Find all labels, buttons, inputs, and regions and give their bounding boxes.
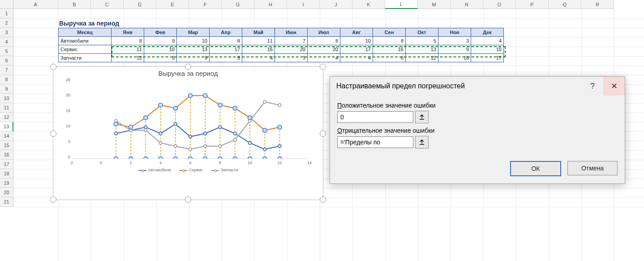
table-cell[interactable]: Сервис	[59, 45, 112, 54]
data-table[interactable]: МесяцЯнвФевМарАпрМайИюнИюлАвгСенОктНояДе…	[58, 28, 504, 62]
resize-handle-tr[interactable]	[320, 64, 326, 70]
negative-error-input[interactable]	[337, 136, 413, 148]
legend-item[interactable]: Запчасти	[211, 168, 238, 172]
row-header-4[interactable]: 4	[0, 37, 13, 47]
table-cell[interactable]: 3	[438, 37, 471, 45]
table-cell[interactable]: 12	[112, 54, 144, 62]
table-cell[interactable]: 12	[406, 54, 438, 62]
resize-handle-bl[interactable]	[50, 196, 56, 203]
column-header-Q[interactable]: Q	[549, 0, 581, 9]
column-header-N[interactable]: N	[451, 0, 483, 9]
table-cell[interactable]: Автомобили	[59, 37, 112, 45]
chart-object[interactable]: Выручка за период 0510152025 -2024681012…	[53, 66, 323, 200]
table-header-cell[interactable]: Янв	[112, 28, 144, 37]
table-cell[interactable]: 20	[308, 45, 340, 54]
table-cell[interactable]: 11	[112, 45, 144, 54]
row-header-12[interactable]: 12	[0, 113, 13, 122]
row-header-8[interactable]: 8	[0, 75, 13, 84]
column-header-P[interactable]: P	[516, 0, 549, 9]
table-header-cell[interactable]: Июл	[308, 28, 340, 37]
column-header-B[interactable]: B	[58, 0, 91, 9]
cancel-button[interactable]: Отмена	[567, 161, 618, 175]
column-header-K[interactable]: K	[352, 0, 385, 9]
positive-error-range-picker[interactable]	[415, 111, 429, 123]
table-cell[interactable]: 9	[177, 54, 210, 62]
table-header-cell[interactable]: Месяц	[59, 28, 112, 37]
table-header-cell[interactable]: Окт	[406, 28, 438, 37]
table-row[interactable]: Запчасти1299543446121817	[59, 54, 504, 62]
column-header-H[interactable]: H	[254, 0, 287, 9]
table-cell[interactable]: 4	[308, 54, 340, 62]
table-cell[interactable]: 17	[340, 45, 373, 54]
table-cell[interactable]: 10	[471, 45, 504, 54]
row-header-11[interactable]: 11	[0, 103, 13, 113]
table-cell[interactable]: 11	[242, 37, 275, 45]
column-header-M[interactable]: M	[418, 0, 451, 9]
resize-handle-tl[interactable]	[50, 64, 56, 70]
table-cell[interactable]: 8	[308, 37, 340, 45]
table-cell[interactable]: 7	[275, 37, 308, 45]
column-header-F[interactable]: F	[189, 0, 222, 9]
table-header-cell[interactable]: Дек	[471, 28, 504, 37]
table-cell[interactable]: 13	[177, 45, 210, 54]
positive-error-input[interactable]	[337, 111, 413, 123]
table-cell[interactable]: 16	[242, 45, 275, 54]
table-header-cell[interactable]: Сен	[373, 28, 406, 37]
resize-handle-ml[interactable]	[50, 130, 56, 137]
table-row[interactable]: Сервис11101317162020171613910	[59, 45, 504, 54]
column-header-C[interactable]: C	[91, 0, 124, 9]
column-header-D[interactable]: D	[124, 0, 156, 9]
table-header-cell[interactable]: Ноя	[438, 28, 471, 37]
row-header-1[interactable]: 1	[0, 9, 13, 18]
table-cell[interactable]: Запчасти	[59, 54, 112, 62]
table-cell[interactable]: 9	[144, 37, 177, 45]
chart-legend[interactable]: АвтомобилиСервисЗапчасти	[53, 167, 323, 176]
table-cell[interactable]: 4	[242, 54, 275, 62]
dialog-titlebar[interactable]: Настраиваемый предел погрешностей ? ✕	[330, 77, 625, 96]
table-header-cell[interactable]: Апр	[210, 28, 242, 37]
table-cell[interactable]: 10	[144, 45, 177, 54]
column-header-L[interactable]: L	[385, 0, 418, 9]
table-cell[interactable]: 9	[144, 54, 177, 62]
table-cell[interactable]: 8	[112, 37, 144, 45]
row-header-14[interactable]: 14	[0, 131, 13, 141]
chart-plot-area[interactable]: 0510152025 -202468101214	[71, 80, 309, 165]
table-cell[interactable]: 10	[340, 37, 373, 45]
column-header-I[interactable]: I	[287, 0, 320, 9]
table-cell[interactable]: 3	[275, 54, 308, 62]
column-header-G[interactable]: G	[222, 0, 254, 9]
row-header-6[interactable]: 6	[0, 56, 13, 65]
dialog-help-button[interactable]: ?	[582, 77, 603, 96]
legend-item[interactable]: Сервис	[179, 168, 203, 172]
row-header-15[interactable]: 15	[0, 141, 13, 150]
column-header-J[interactable]: J	[320, 0, 352, 9]
column-header-O[interactable]: O	[483, 0, 516, 9]
resize-handle-mr[interactable]	[320, 130, 326, 137]
column-header-A[interactable]: A	[13, 0, 58, 9]
table-cell[interactable]: 16	[373, 45, 406, 54]
table-row[interactable]: Автомобили891081178108534	[59, 37, 504, 45]
resize-handle-br[interactable]	[320, 196, 326, 203]
row-header-19[interactable]: 19	[0, 178, 13, 188]
table-cell[interactable]: 10	[177, 37, 210, 45]
chart-y-axis[interactable]: 0510152025	[60, 80, 70, 157]
resize-handle-bc[interactable]	[185, 196, 191, 203]
table-cell[interactable]: 4	[340, 54, 373, 62]
table-cell[interactable]: 9	[438, 45, 471, 54]
row-header-18[interactable]: 18	[0, 169, 13, 178]
row-header-13[interactable]: 13	[0, 122, 13, 131]
select-all-corner[interactable]	[0, 0, 13, 9]
resize-handle-tc[interactable]	[185, 64, 191, 70]
column-header-R[interactable]: R	[581, 0, 614, 9]
table-cell[interactable]: 5	[406, 37, 438, 45]
row-header-20[interactable]: 20	[0, 188, 13, 197]
ok-button[interactable]: ОК	[510, 161, 561, 176]
row-header-7[interactable]: 7	[0, 65, 13, 75]
table-cell[interactable]: 18	[438, 54, 471, 62]
table-cell[interactable]: 8	[373, 37, 406, 45]
table-header-cell[interactable]: Май	[242, 28, 275, 37]
row-header-21[interactable]: 21	[0, 197, 13, 207]
column-header-E[interactable]: E	[156, 0, 189, 9]
row-header-3[interactable]: 3	[0, 28, 13, 37]
chart-x-axis[interactable]: -202468101214	[71, 158, 309, 165]
